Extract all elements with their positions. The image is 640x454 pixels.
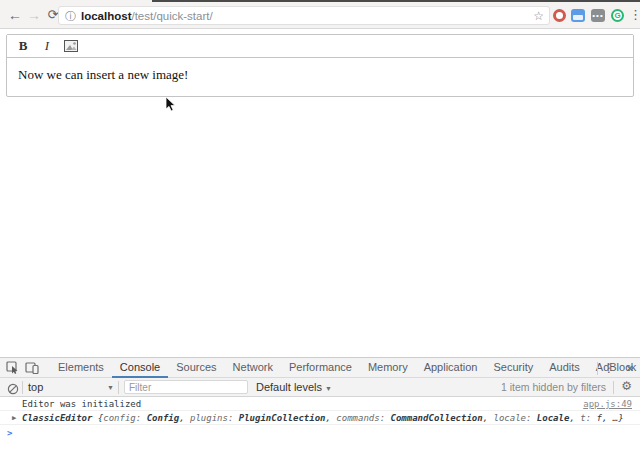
device-toolbar-icon[interactable] [25,361,39,375]
url-text: localhost/test/quick-start/ [81,10,213,22]
bold-button[interactable]: B [11,36,35,56]
italic-button[interactable]: I [35,36,59,56]
tab-console[interactable]: Console [112,358,168,378]
console-message-text: Editor was initialized [22,399,141,409]
chrome-menu-icon[interactable]: ⋮ [629,7,640,22]
page-info-icon[interactable]: ⓘ [65,9,76,24]
tab-network[interactable]: Network [225,358,281,378]
devtools-menu-icon[interactable]: ⋮ [598,361,620,375]
console-prompt-chevron[interactable]: > [7,428,12,438]
extension-icon-grammarly[interactable]: G [611,9,624,22]
devtools-close-icon[interactable]: ✕ [620,363,640,374]
console-object-message: ▶ ClassicEditor {config: Config, plugins… [0,411,640,425]
tab-elements[interactable]: Elements [50,358,112,378]
address-bar[interactable]: ⓘ localhost/test/quick-start/ ☆ [58,6,550,25]
toolbar-separator [118,381,119,394]
page-content: B I Now we can insert a new image! [0,30,640,357]
log-levels-label: Default levels [256,381,322,393]
inspect-element-icon[interactable] [6,361,19,375]
extension-icon-red-ring[interactable] [553,9,566,22]
expand-triangle-icon[interactable]: ▶ [12,413,16,423]
console-filter-input[interactable] [124,380,248,394]
extension-icon-blue-window[interactable] [571,9,585,22]
browser-window: ← → ⟳ ⓘ localhost/test/quick-start/ ☆ ••… [0,0,640,454]
url-path: /test/quick-start/ [131,10,212,22]
editor-toolbar: B I [7,35,633,58]
console-message: Editor was initialized app.js:49 [0,397,640,411]
devtools-panel: ElementsConsoleSourcesNetworkPerformance… [0,357,640,454]
object-preview[interactable]: ClassicEditor {config: Config, plugins: … [22,413,624,423]
forward-icon[interactable]: → [25,5,43,25]
extension-icon-gray-dots[interactable]: ••• [591,9,605,22]
editor-paragraph: Now we can insert a new image! [18,67,188,83]
toolbar-separator [22,381,23,394]
devtools-tabbar: ElementsConsoleSourcesNetworkPerformance… [0,358,640,378]
back-icon[interactable]: ← [6,5,24,25]
hidden-items-info: 1 item hidden by filters [501,378,606,396]
chevron-down-icon: ▼ [107,379,114,397]
console-prompt-row[interactable]: > [0,425,640,438]
devtools-tabs: ElementsConsoleSourcesNetworkPerformance… [50,358,640,378]
console-settings-icon[interactable]: ⚙ [621,379,632,393]
log-levels-dropdown[interactable]: Default levels ▼ [256,378,332,398]
context-selected-label: top [28,381,43,393]
tab-performance[interactable]: Performance [281,358,360,378]
ckeditor: B I Now we can insert a new image! [6,34,634,97]
source-link[interactable]: app.js:49 [583,399,632,409]
tab-memory[interactable]: Memory [360,358,416,378]
chevron-down-icon: ▼ [325,385,332,392]
image-icon [64,40,78,52]
context-selector[interactable]: top ▼ [28,378,118,397]
tab-application[interactable]: Application [416,358,486,378]
insert-image-button[interactable] [59,36,83,56]
tab-audits[interactable]: Audits [541,358,588,378]
bookmark-star-icon[interactable]: ☆ [533,9,544,23]
toolbar-separator [613,381,614,394]
tab-security[interactable]: Security [485,358,541,378]
editor-content-area[interactable]: Now we can insert a new image! [7,58,633,96]
console-log-area[interactable]: Editor was initialized app.js:49 ▶ Class… [0,397,640,438]
browser-toolbar: ← → ⟳ ⓘ localhost/test/quick-start/ ☆ ••… [0,2,640,29]
mouse-cursor [165,96,176,112]
tab-sources[interactable]: Sources [168,358,224,378]
console-toolbar: top ▼ Default levels ▼ 1 item hidden by … [0,378,640,397]
